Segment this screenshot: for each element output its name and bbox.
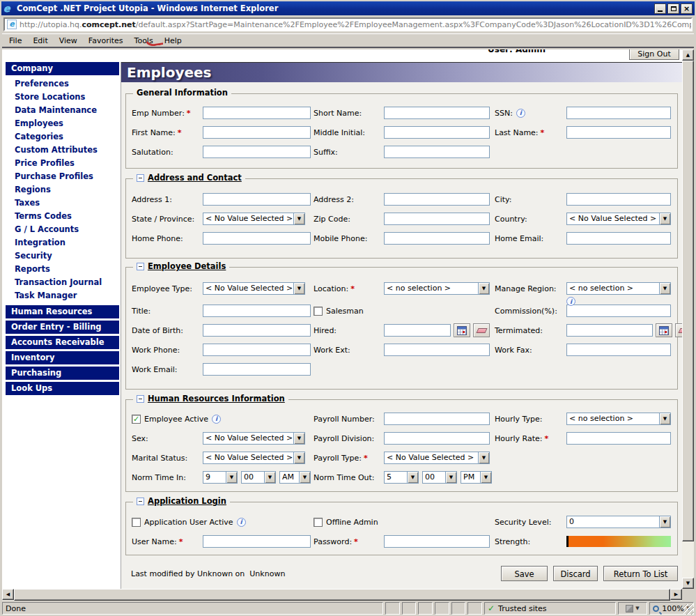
title-bar[interactable]: e ComCept .NET Project Utopia - Windows … xyxy=(1,1,695,15)
location-select[interactable]: < no selection > xyxy=(384,282,490,295)
suffix-input[interactable] xyxy=(384,146,490,158)
address2-input[interactable] xyxy=(384,193,490,206)
security-level-select[interactable]: 0 xyxy=(566,516,671,528)
sidebar-header-company[interactable]: Company xyxy=(6,62,119,75)
maximize-button[interactable] xyxy=(667,3,679,14)
minimize-button[interactable] xyxy=(654,3,666,14)
employee-type-select[interactable]: < No Value Selected > xyxy=(203,282,305,295)
payroll-type-select[interactable]: < No Value Selected > xyxy=(384,452,490,464)
horizontal-scrollbar[interactable]: ◀ ▶ xyxy=(2,589,682,601)
state-province-select[interactable]: < No Value Selected > xyxy=(203,213,305,225)
scroll-up-button[interactable]: ▲ xyxy=(682,49,694,61)
payroll-division-input[interactable] xyxy=(384,432,490,445)
last-name-input[interactable] xyxy=(566,126,671,139)
sidebar-item-store-locations[interactable]: Store Locations xyxy=(6,91,119,104)
sidebar-item-reports[interactable]: Reports xyxy=(6,263,119,276)
time-in-minute-select[interactable]: 00 xyxy=(241,471,276,484)
url-input[interactable]: e http://utopia.hq.comcept.net/default.a… xyxy=(3,17,693,31)
sidebar-header-order-entry-billing[interactable]: Order Entry - Billing xyxy=(6,321,119,334)
time-out-minute-select[interactable]: 00 xyxy=(422,471,457,484)
return-to-list-button[interactable]: Return To List xyxy=(603,566,678,581)
sidebar-item-price-profiles[interactable]: Price Profiles xyxy=(6,157,119,170)
user-name-input[interactable] xyxy=(203,535,311,548)
work-email-input[interactable] xyxy=(203,363,311,376)
home-email-input[interactable] xyxy=(566,232,671,245)
scroll-right-button[interactable]: ▶ xyxy=(670,589,682,600)
sidebar-item-transaction-journal[interactable]: Transaction Journal xyxy=(6,276,119,289)
application-user-active-checkbox[interactable] xyxy=(132,518,141,527)
country-select[interactable]: < No Value Selected > xyxy=(566,213,671,225)
title-input[interactable] xyxy=(203,305,311,317)
work-fax-input[interactable] xyxy=(566,344,671,356)
manage-region-select[interactable]: < no selection > xyxy=(566,282,671,295)
sidebar-item-regions[interactable]: Regions xyxy=(6,183,119,197)
hired-calendar-button[interactable] xyxy=(454,323,470,337)
sidebar-header-accounts-receivable[interactable]: Accounts Receivable xyxy=(6,336,119,349)
time-in-ampm-select[interactable]: AM xyxy=(279,471,311,484)
menu-favorites[interactable]: Favorites xyxy=(83,35,129,47)
sidebar-header-inventory[interactable]: Inventory xyxy=(6,351,119,364)
sidebar-item-data-maintenance[interactable]: Data Maintenance xyxy=(6,104,119,117)
time-in-hour-select[interactable]: 9 xyxy=(203,471,238,484)
collapse-icon[interactable] xyxy=(137,498,144,505)
zip-code-input[interactable] xyxy=(384,213,490,225)
address1-input[interactable] xyxy=(203,193,311,206)
hourly-rate-input[interactable] xyxy=(566,432,671,445)
employee-active-checkbox[interactable] xyxy=(132,415,141,424)
date-of-birth-input[interactable] xyxy=(203,324,311,337)
sidebar-item-categories[interactable]: Categories xyxy=(6,130,119,144)
menu-edit[interactable]: Edit xyxy=(27,35,53,47)
info-icon[interactable] xyxy=(566,297,575,306)
scroll-down-button[interactable]: ▼ xyxy=(682,578,694,589)
salutation-input[interactable] xyxy=(203,146,311,158)
sidebar-item-security[interactable]: Security xyxy=(6,249,119,263)
sidebar-item-terms-codes[interactable]: Terms Codes xyxy=(6,210,119,223)
sidebar-item-task-manager[interactable]: Task Manager xyxy=(6,289,119,302)
sidebar-item-purchase-profiles[interactable]: Purchase Profiles xyxy=(6,170,119,183)
terminated-input[interactable] xyxy=(566,324,653,337)
hired-input[interactable] xyxy=(384,324,451,337)
salesman-checkbox[interactable] xyxy=(314,307,323,316)
menu-view[interactable]: View xyxy=(54,35,83,47)
info-icon[interactable] xyxy=(237,518,246,527)
payroll-number-input[interactable] xyxy=(384,413,490,425)
info-icon[interactable] xyxy=(516,109,525,118)
ssn-input[interactable] xyxy=(566,107,671,119)
sidebar-item-taxes[interactable]: Taxes xyxy=(6,197,119,210)
sidebar-header-purchasing[interactable]: Purchasing xyxy=(6,367,119,380)
sign-out-button[interactable]: Sign Out xyxy=(629,49,679,60)
commission-input[interactable] xyxy=(566,305,671,317)
time-out-ampm-select[interactable]: PM xyxy=(461,471,492,484)
offline-admin-checkbox[interactable] xyxy=(314,518,323,527)
sex-select[interactable]: < No Value Selected > xyxy=(203,432,305,445)
short-name-input[interactable] xyxy=(384,107,490,119)
emp-number-input[interactable] xyxy=(203,107,311,119)
work-ext-input[interactable] xyxy=(384,344,490,356)
vertical-scrollbar[interactable]: ▲ ▼ xyxy=(682,49,694,589)
sidebar-item-integration[interactable]: Integration xyxy=(6,236,119,249)
discard-button[interactable]: Discard xyxy=(553,566,598,581)
collapse-icon[interactable] xyxy=(137,174,144,182)
scroll-left-button[interactable]: ◀ xyxy=(2,589,14,600)
sidebar-header-human-resources[interactable]: Human Resources xyxy=(6,305,119,318)
mobile-phone-input[interactable] xyxy=(384,232,490,245)
close-button[interactable]: × xyxy=(681,3,693,14)
sidebar-item-gl-accounts[interactable]: G / L Accounts xyxy=(6,223,119,236)
city-input[interactable] xyxy=(566,193,671,206)
hourly-type-select[interactable]: < no selection > xyxy=(566,413,671,425)
vertical-scroll-thumb[interactable] xyxy=(682,61,694,541)
terminated-calendar-button[interactable] xyxy=(656,323,672,337)
horizontal-scroll-thumb[interactable] xyxy=(14,589,670,601)
middle-initial-input[interactable] xyxy=(384,126,490,139)
save-button[interactable]: Save xyxy=(501,566,548,581)
time-out-hour-select[interactable]: 5 xyxy=(384,471,419,484)
collapse-icon[interactable] xyxy=(137,263,144,270)
sidebar-item-preferences[interactable]: Preferences xyxy=(6,77,119,91)
sidebar-item-employees[interactable]: Employees xyxy=(6,117,119,130)
hired-clear-button[interactable] xyxy=(473,323,490,337)
collapse-icon[interactable] xyxy=(137,395,144,403)
home-phone-input[interactable] xyxy=(203,232,311,245)
marital-status-select[interactable]: < No Value Selected > xyxy=(203,452,305,464)
sidebar-header-look-ups[interactable]: Look Ups xyxy=(6,382,119,395)
work-phone-input[interactable] xyxy=(203,344,311,356)
